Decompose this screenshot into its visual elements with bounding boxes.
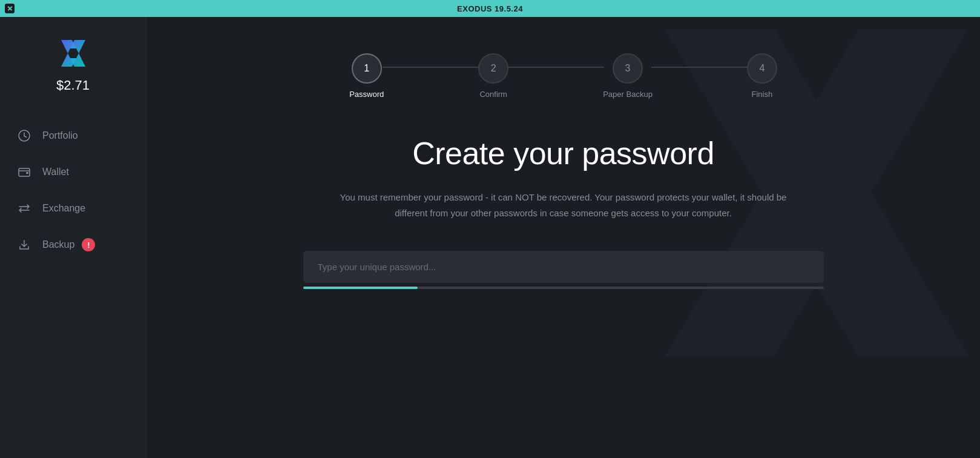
backup-label: Backup (42, 239, 74, 250)
step-connector-1-2 (383, 67, 479, 68)
wallet-label: Wallet (42, 167, 69, 178)
password-input[interactable] (303, 251, 824, 283)
step-connector-3-4 (651, 67, 748, 68)
setup-stepper: 1 Password 2 Confirm 3 Paper Backup (349, 53, 777, 99)
sidebar-item-portfolio[interactable]: Portfolio (0, 118, 146, 154)
sidebar: $2.71 Portfolio (0, 17, 146, 458)
app-title: EXODUS 19.5.24 (457, 4, 523, 13)
step-4: 4 Finish (747, 53, 777, 99)
sidebar-item-backup[interactable]: Backup ! (0, 227, 146, 263)
content-area: Create your password You must remember y… (291, 135, 836, 289)
step-2-label: Confirm (479, 90, 507, 99)
password-strength-bar (303, 287, 824, 289)
sidebar-nav: Portfolio Wallet (0, 118, 146, 263)
step-3: 3 Paper Backup (603, 53, 653, 99)
step-4-label: Finish (752, 90, 773, 99)
close-button[interactable] (5, 4, 15, 13)
step-4-circle: 4 (747, 53, 777, 84)
step-3-label: Paper Backup (603, 90, 653, 99)
password-input-container (303, 251, 824, 289)
title-bar: EXODUS 19.5.24 (0, 0, 980, 17)
step-1-label: Password (349, 90, 384, 99)
wallet-icon (17, 165, 31, 179)
svg-rect-6 (26, 172, 28, 174)
step-3-circle: 3 (613, 53, 643, 84)
page-title: Create your password (412, 135, 714, 171)
backup-notification-badge: ! (82, 238, 95, 251)
password-strength-fill (303, 287, 418, 289)
portfolio-balance: $2.71 (56, 78, 90, 93)
exchange-icon (17, 201, 31, 216)
exchange-label: Exchange (42, 203, 85, 214)
page-description: You must remember your password - it can… (327, 190, 800, 221)
exodus-logo (55, 35, 91, 71)
logo-container: $2.71 (55, 35, 91, 93)
backup-icon (17, 237, 31, 252)
step-2: 2 Confirm (478, 53, 508, 99)
step-2-circle: 2 (478, 53, 508, 84)
sidebar-item-exchange[interactable]: Exchange (0, 190, 146, 227)
portfolio-label: Portfolio (42, 130, 78, 141)
clock-icon (17, 128, 31, 143)
step-1: 1 Password (349, 53, 384, 99)
step-connector-2-3 (507, 67, 604, 68)
main-content: 1 Password 2 Confirm 3 Paper Backup (146, 17, 980, 458)
sidebar-item-wallet[interactable]: Wallet (0, 154, 146, 190)
app-body: $2.71 Portfolio (0, 17, 980, 458)
step-1-circle: 1 (352, 53, 382, 84)
